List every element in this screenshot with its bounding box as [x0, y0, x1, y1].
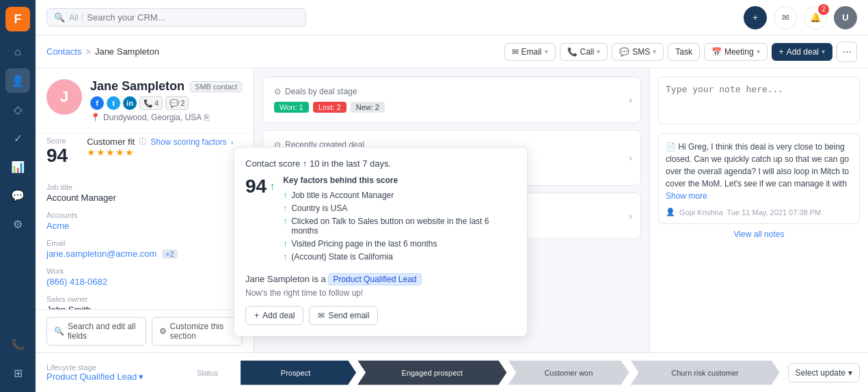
tasks-chevron-icon[interactable]: ›: [629, 210, 632, 221]
meeting-dropdown-arrow[interactable]: ▾: [757, 48, 760, 55]
fb-count[interactable]: 📞 4: [139, 96, 163, 110]
contacts-icon[interactable]: 👤: [5, 68, 30, 93]
email-more-badge[interactable]: +2: [162, 249, 178, 259]
task-button[interactable]: Task: [668, 43, 700, 61]
notes-input[interactable]: [658, 76, 860, 124]
contact-avatar: J: [46, 79, 82, 115]
author-icon: 👤: [666, 208, 675, 216]
action-buttons: ✉ Email ▾ 📞 Call ▾ 💬 SMS ▾ Task: [504, 42, 857, 62]
search-filter-label[interactable]: All: [69, 13, 83, 23]
notification-badge: 2: [818, 4, 829, 15]
search-edit-button[interactable]: 🔍 Search and edit all fields: [46, 317, 146, 346]
customer-fit-label: Customer fit: [87, 137, 135, 147]
factor-arrow-4: ↑: [283, 239, 287, 249]
tooltip-actions: + Add deal ✉ Send email: [245, 306, 516, 325]
search-input[interactable]: [87, 12, 299, 23]
pipeline-stage-churn[interactable]: Churn risk customer: [630, 361, 779, 385]
add-deal-dropdown-arrow[interactable]: ▾: [822, 48, 825, 55]
note-author: Gopi Krishna: [679, 208, 723, 216]
contact-type-tag: SMB contact: [190, 81, 242, 92]
left-navigation: F ⌂ 👤 ◇ ✓ 📊 💬 ⚙ 📞 ⊞: [0, 0, 36, 392]
note-icon: 📄: [666, 142, 676, 152]
deals-card: ⊙ Deals by deal stage Won: 1 Lost: 2 New…: [262, 76, 641, 123]
breadcrumb-parent[interactable]: Contacts: [46, 46, 81, 57]
breadcrumb-current: Jane Sampleton: [95, 46, 159, 57]
sms-dropdown-arrow[interactable]: ▾: [653, 48, 656, 55]
deals-icon: ⊙: [274, 87, 281, 96]
home-icon[interactable]: ⌂: [5, 40, 30, 64]
pipeline: Prospect Engaged prospect Customer won C…: [241, 353, 868, 392]
field-email: Email jane.sampleton@acme.com +2: [46, 239, 243, 259]
pipeline-stage-won[interactable]: Customer won: [508, 361, 629, 385]
reports-icon[interactable]: 📊: [5, 154, 30, 179]
contact-identity: J Jane Sampleton SMB contact f t in: [46, 79, 243, 122]
stage-lost[interactable]: Lost: 2: [313, 102, 347, 113]
sms-button[interactable]: 💬 SMS ▾: [612, 43, 664, 61]
add-button[interactable]: +: [744, 6, 767, 29]
score-value: 94: [46, 145, 68, 167]
recent-deal-chevron-icon[interactable]: ›: [629, 152, 632, 163]
bottom-bar: Lifecycle stage Product Qualified Lead ▾…: [36, 352, 868, 392]
linkedin-icon[interactable]: in: [123, 96, 137, 110]
call-button[interactable]: 📞 Call ▾: [560, 43, 608, 61]
show-scoring-link[interactable]: Show scoring factors: [150, 137, 226, 147]
stage-won[interactable]: Won: 1: [274, 102, 309, 113]
phone-icon[interactable]: 📞: [5, 332, 30, 356]
field-sales-owner: Sales owner John Smith: [46, 295, 243, 309]
pipeline-stage-engaged[interactable]: Engaged prospect: [357, 361, 506, 385]
apps-icon[interactable]: ⊞: [5, 361, 30, 385]
score-up-arrow: ↑: [269, 180, 275, 193]
rating-stars: ★★★★★: [87, 147, 233, 158]
content-area: J Jane Sampleton SMB contact f t in: [36, 68, 868, 352]
tasks-icon[interactable]: ✓: [5, 126, 30, 150]
topbar-right: + ✉ 🔔 2 U: [744, 6, 857, 29]
copy-icon[interactable]: ⎘: [204, 113, 209, 122]
factor-arrow-5: ↑: [283, 252, 287, 262]
call-dropdown-arrow[interactable]: ▾: [597, 48, 600, 55]
meeting-button[interactable]: 📅 Meeting ▾: [704, 43, 768, 61]
score-tooltip: Contact score ↑ 10 in the last 7 days. 9…: [234, 147, 528, 337]
stage-new[interactable]: New: 2: [351, 102, 385, 113]
factor-5: ↑ (Account) State is California: [283, 252, 516, 262]
pipeline-stage-prospect[interactable]: Prospect: [241, 361, 356, 385]
facebook-icon[interactable]: f: [90, 96, 104, 110]
show-more-link[interactable]: Show more: [666, 191, 707, 201]
select-update-button[interactable]: Select update ▾: [788, 363, 860, 382]
email-button[interactable]: ✉ Email ▾: [504, 43, 556, 61]
lifecycle-dropdown-arrow: ▾: [139, 372, 144, 382]
user-avatar[interactable]: U: [834, 6, 857, 29]
view-all-notes-link[interactable]: View all notes: [658, 224, 860, 244]
search-bar[interactable]: 🔍 All: [46, 8, 306, 27]
factor-1: ↑ Job title is Account Manager: [283, 191, 516, 200]
bell-icon[interactable]: 🔔 2: [804, 6, 827, 29]
lifecycle-section: Lifecycle stage Product Qualified Lead ▾: [36, 363, 186, 382]
note-text: 📄 Hi Greg, I think this deal is very clo…: [666, 141, 852, 202]
twitter-icon[interactable]: t: [107, 96, 120, 110]
status-section: Status: [186, 369, 241, 377]
more-options-button[interactable]: ⋯: [837, 42, 857, 62]
settings-icon[interactable]: ⚙: [5, 212, 30, 236]
add-deal-button[interactable]: + Add deal ▾: [772, 43, 832, 61]
factor-arrow-3: ↑: [283, 216, 287, 226]
key-factors-title: Key factors behind this score: [283, 176, 516, 185]
tooltip-send-email-button[interactable]: ✉ Send email: [309, 306, 378, 325]
tooltip-add-deal-button[interactable]: + Add deal: [245, 306, 303, 325]
notes-panel: 📄 Hi Greg, I think this deal is very clo…: [649, 68, 868, 352]
lifecycle-label: Lifecycle stage: [46, 363, 175, 372]
lifecycle-value[interactable]: Product Qualified Lead ▾: [46, 372, 175, 382]
factor-arrow-1: ↑: [283, 191, 287, 200]
phone-mini-icon: 📞: [144, 99, 153, 108]
contact-header: J Jane Sampleton SMB contact f t in: [36, 68, 254, 134]
note-date: Tue 11 May, 2021 07:38 PM: [727, 208, 822, 216]
deals-chevron-icon[interactable]: ›: [629, 94, 632, 105]
email-dropdown-arrow[interactable]: ▾: [545, 48, 548, 55]
meeting-icon: 📅: [711, 47, 722, 57]
chat-icon[interactable]: 💬: [5, 183, 30, 208]
factor-2: ↑ Country is USA: [283, 204, 516, 213]
customize-section-button[interactable]: ⚙ Customize this section: [152, 317, 243, 346]
mail-icon[interactable]: ✉: [774, 6, 797, 29]
deal-stages: Won: 1 Lost: 2 New: 2: [274, 102, 629, 113]
deals-icon[interactable]: ◇: [5, 97, 30, 122]
tw-count[interactable]: 💬 2: [165, 96, 189, 110]
call-icon: 📞: [567, 47, 578, 57]
